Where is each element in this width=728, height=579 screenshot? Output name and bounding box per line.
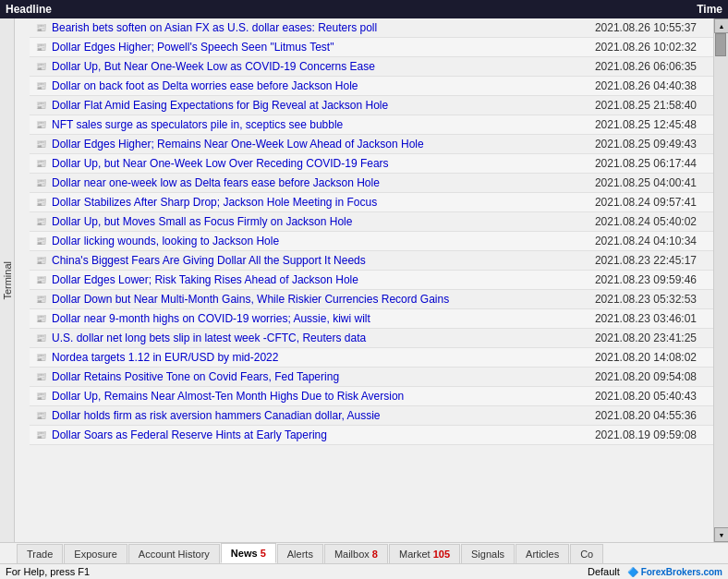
news-row[interactable]: 📰Dollar near 9-month highs on COVID-19 w… (30, 309, 713, 329)
tab-articles[interactable]: Articles (516, 544, 569, 563)
news-item-icon: 📰 (30, 275, 48, 284)
news-item-icon: 📰 (30, 333, 48, 343)
news-item-icon: 📰 (30, 295, 48, 304)
tab-trade[interactable]: Trade (17, 544, 63, 563)
news-time-text: 2021.08.23 03:46:01 (588, 312, 713, 325)
news-row[interactable]: 📰NFT sales surge as speculators pile in,… (30, 115, 713, 135)
news-row[interactable]: 📰Dollar Down but Near Multi-Month Gains,… (30, 290, 713, 309)
tab-mailbox[interactable]: Mailbox 8 (324, 544, 388, 563)
news-time-text: 2021.08.25 12:45:48 (588, 118, 713, 131)
news-headline-text[interactable]: NFT sales surge as speculators pile in, … (48, 117, 588, 132)
news-row[interactable]: 📰Dollar Up, but Moves Small as Focus Fir… (30, 212, 713, 232)
news-item-icon: 📰 (30, 81, 48, 90)
news-row[interactable]: 📰Dollar Edges Higher; Remains Near One-W… (30, 135, 713, 154)
news-headline-text[interactable]: Dollar Stabilizes After Sharp Drop; Jack… (48, 195, 588, 210)
news-time-text: 2021.08.20 04:55:36 (588, 409, 713, 422)
news-row[interactable]: 📰Dollar Soars as Federal Reserve Hints a… (30, 426, 713, 445)
news-time-text: 2021.08.24 04:10:34 (588, 235, 713, 247)
scroll-thumb[interactable] (715, 33, 726, 56)
news-time-text: 2021.08.20 23:41:25 (588, 332, 713, 344)
news-headline-text[interactable]: Dollar Up, Remains Near Almost-Ten Month… (48, 389, 588, 404)
tab-signals[interactable]: Signals (461, 544, 515, 563)
scrollbar[interactable]: ▲ ▼ (713, 18, 728, 542)
news-row[interactable]: 📰Dollar Stabilizes After Sharp Drop; Jac… (30, 193, 713, 212)
news-time-text: 2021.08.20 09:54:08 (588, 370, 713, 383)
tab-news[interactable]: News 5 (221, 543, 276, 563)
news-item-icon: 📰 (30, 411, 48, 420)
news-headline-text[interactable]: China's Biggest Fears Are Giving Dollar … (48, 253, 588, 268)
news-headline-text[interactable]: U.S. dollar net long bets slip in latest… (48, 331, 588, 345)
news-item-icon: 📰 (30, 120, 48, 129)
headline-column-header: Headline (6, 3, 52, 16)
news-item-icon: 📰 (30, 256, 48, 265)
news-row[interactable]: 📰Dollar Retains Positive Tone on Covid F… (30, 368, 713, 387)
news-headline-text[interactable]: Nordea targets 1.12 in EUR/USD by mid-20… (48, 350, 588, 365)
news-row[interactable]: 📰Dollar Up, Remains Near Almost-Ten Mont… (30, 387, 713, 406)
news-headline-text[interactable]: Dollar Edges Lower; Risk Taking Rises Ah… (48, 272, 588, 287)
scroll-track[interactable] (714, 33, 728, 527)
tab-market[interactable]: Market 105 (389, 544, 460, 563)
news-headline-text[interactable]: Dollar Edges Higher; Remains Near One-We… (48, 137, 588, 151)
news-row[interactable]: 📰U.S. dollar net long bets slip in lates… (30, 329, 713, 348)
news-time-text: 2021.08.26 04:40:38 (588, 79, 713, 92)
news-time-text: 2021.08.19 09:59:08 (588, 428, 713, 441)
news-item-icon: 📰 (30, 159, 48, 168)
news-header: Headline Time (0, 0, 728, 18)
news-headline-text[interactable]: Dollar Soars as Federal Reserve Hints at… (48, 428, 588, 442)
news-time-text: 2021.08.25 04:00:41 (588, 176, 713, 189)
news-item-icon: 📰 (30, 62, 48, 71)
tab-alerts[interactable]: Alerts (277, 544, 323, 563)
news-item-icon: 📰 (30, 42, 48, 52)
tab-badge: 5 (261, 548, 266, 559)
news-row[interactable]: 📰Dollar Up, but Near One-Week Low Over R… (30, 154, 713, 174)
news-item-icon: 📰 (30, 178, 48, 187)
news-headline-text[interactable]: Bearish bets soften on Asian FX as U.S. … (48, 20, 588, 35)
news-time-text: 2021.08.20 05:40:43 (588, 390, 713, 403)
news-content: 📰Bearish bets soften on Asian FX as U.S.… (30, 18, 713, 542)
news-row[interactable]: 📰China's Biggest Fears Are Giving Dollar… (30, 251, 713, 271)
forex-logo: 🔷 ForexBrokers.com (627, 567, 722, 577)
status-right: Default 🔷 ForexBrokers.com (588, 566, 722, 577)
tab-co[interactable]: Co (570, 544, 603, 563)
news-headline-text[interactable]: Dollar Up, but Near One-Week Low Over Re… (48, 156, 588, 171)
news-row[interactable]: 📰Dollar Edges Lower; Risk Taking Rises A… (30, 271, 713, 290)
news-row[interactable]: 📰Dollar Flat Amid Easing Expectations fo… (30, 96, 713, 115)
news-time-text: 2021.08.20 14:08:02 (588, 351, 713, 364)
terminal-label-text: Terminal (2, 261, 13, 300)
news-time-text: 2021.08.26 06:06:35 (588, 60, 713, 73)
news-headline-text[interactable]: Dollar Down but Near Multi-Month Gains, … (48, 292, 588, 307)
news-row[interactable]: 📰Dollar on back foot as Delta worries ea… (30, 77, 713, 96)
tab-badge: 105 (433, 549, 450, 560)
time-column-header: Time (697, 3, 722, 16)
news-headline-text[interactable]: Dollar Retains Positive Tone on Covid Fe… (48, 369, 588, 384)
news-headline-text[interactable]: Dollar Flat Amid Easing Expectations for… (48, 98, 588, 113)
news-headline-text[interactable]: Dollar licking wounds, looking to Jackso… (48, 234, 588, 248)
terminal-sidebar: Terminal (0, 18, 15, 542)
news-row[interactable]: 📰Dollar near one-week low as Delta fears… (30, 174, 713, 193)
news-headline-text[interactable]: Dollar on back foot as Delta worries eas… (48, 78, 588, 93)
news-time-text: 2021.08.25 09:49:43 (588, 138, 713, 151)
tab-badge: 8 (372, 549, 378, 560)
default-text: Default (588, 566, 620, 577)
news-row[interactable]: 📰Dollar Edges Higher; Powell's Speech Se… (30, 38, 713, 57)
news-headline-text[interactable]: Dollar near one-week low as Delta fears … (48, 175, 588, 190)
news-headline-text[interactable]: Dollar holds firm as risk aversion hamme… (48, 408, 588, 423)
news-row[interactable]: 📰Bearish bets soften on Asian FX as U.S.… (30, 18, 713, 38)
news-row[interactable]: 📰Dollar Up, But Near One-Week Low as COV… (30, 57, 713, 77)
news-row[interactable]: 📰Dollar holds firm as risk aversion hamm… (30, 406, 713, 426)
help-text: For Help, press F1 (6, 566, 90, 577)
news-headline-text[interactable]: Dollar Up, But Near One-Week Low as COVI… (48, 59, 588, 74)
news-list: 📰Bearish bets soften on Asian FX as U.S.… (30, 18, 713, 445)
scroll-down-button[interactable]: ▼ (714, 527, 728, 542)
tab-exposure[interactable]: Exposure (64, 544, 127, 563)
news-row[interactable]: 📰Nordea targets 1.12 in EUR/USD by mid-2… (30, 348, 713, 368)
news-time-text: 2021.08.24 09:57:41 (588, 196, 713, 209)
news-headline-text[interactable]: Dollar near 9-month highs on COVID-19 wo… (48, 311, 588, 326)
news-headline-text[interactable]: Dollar Up, but Moves Small as Focus Firm… (48, 214, 588, 229)
news-headline-text[interactable]: Dollar Edges Higher; Powell's Speech See… (48, 40, 588, 54)
scroll-up-button[interactable]: ▲ (714, 18, 728, 33)
news-row[interactable]: 📰Dollar licking wounds, looking to Jacks… (30, 232, 713, 251)
news-time-text: 2021.08.26 10:02:32 (588, 41, 713, 54)
tabs-bar: TradeExposureAccount HistoryNews 5Alerts… (0, 542, 728, 563)
tab-account-history[interactable]: Account History (128, 544, 220, 563)
